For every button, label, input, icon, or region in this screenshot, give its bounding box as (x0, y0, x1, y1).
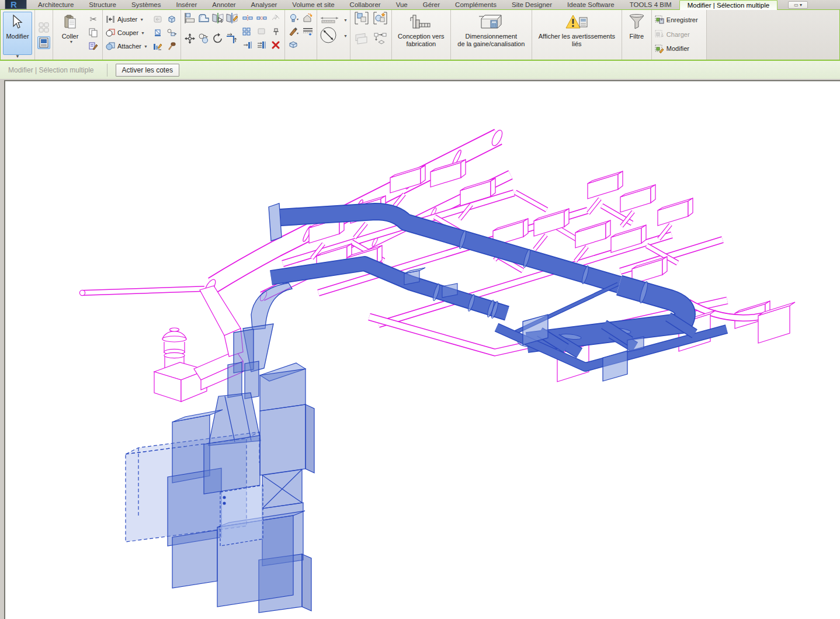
split-with-gap-button[interactable] (255, 12, 268, 25)
create-assembly-icon (354, 32, 369, 46)
selection-save-button[interactable]: Enregistrer (654, 13, 698, 26)
paste-button[interactable]: Coller ▼ (55, 12, 85, 55)
3d-view-canvas[interactable] (4, 80, 840, 619)
hvac-duct-model[interactable] (5, 81, 840, 619)
selection-load-icon (654, 30, 665, 39)
align-button[interactable] (183, 12, 196, 25)
unselected-pipework[interactable] (79, 129, 795, 402)
paste-dropdown-caret[interactable]: ▼ (70, 40, 74, 44)
pin-icon (271, 27, 280, 36)
trim-extend-button[interactable] (225, 32, 238, 45)
linework-button[interactable] (287, 39, 300, 51)
move-button[interactable] (183, 32, 196, 45)
adjust-caret[interactable]: ▼ (140, 18, 144, 22)
show-related-warnings-button[interactable]: Afficher les avertissements liés (534, 12, 619, 55)
panel-selectionner-dropdown[interactable]: ▼ (1, 54, 34, 60)
tab-vue[interactable]: Vue (388, 0, 415, 10)
unpin-icon (271, 14, 280, 22)
array-button[interactable] (241, 25, 254, 38)
properties-button[interactable] (37, 36, 50, 49)
group-edit-icon (257, 27, 266, 36)
array-icon (242, 27, 253, 36)
activate-dimensions-button[interactable]: Activer les cotes (116, 64, 179, 77)
design-to-fabrication-button[interactable]: Conception vers fabrication (394, 12, 448, 55)
create-group-button[interactable] (353, 12, 370, 25)
rotate-button[interactable] (211, 32, 224, 45)
diameter-dimension-button[interactable]: ▼ (320, 29, 348, 42)
attach-caret[interactable]: ▼ (144, 44, 148, 49)
tab-architecture[interactable]: Architecture (30, 0, 81, 10)
pin-button[interactable] (269, 25, 282, 38)
tab-tools4bim[interactable]: TOOLS 4 BIM (622, 0, 679, 10)
tab-annoter[interactable]: Annoter (204, 0, 243, 10)
copy-button[interactable] (197, 32, 210, 45)
copy-elements-icon (198, 33, 210, 44)
filter-button[interactable]: Filtre (624, 12, 649, 55)
group-edit-button[interactable] (255, 25, 268, 38)
tab-collaborer[interactable]: Collaborer (342, 0, 388, 10)
cut-button[interactable]: Couper ▼ (105, 26, 148, 39)
attach-button[interactable]: Attacher ▼ (105, 40, 148, 53)
measure-caret[interactable]: ▼ (343, 18, 348, 22)
tab-site-designer[interactable]: Site Designer (504, 0, 560, 10)
measure-button[interactable]: ▼ (320, 13, 348, 26)
cut-to-clipboard-button[interactable]: ✂ (87, 13, 100, 26)
tab-inserer[interactable]: Insérer (169, 0, 205, 10)
mirror-axis-button[interactable] (225, 12, 238, 25)
selection-save-label: Enregistrer (667, 16, 698, 23)
override-graphics-button[interactable]: ▾ (287, 25, 300, 38)
ribbon-minimize-toggle[interactable]: ▭ ▾ (788, 1, 808, 9)
panel-filtre: Filtre (622, 10, 652, 60)
trim-single-button[interactable] (241, 39, 254, 51)
tab-modifier-selection-multiple[interactable]: Modifier | Sélection multiple (679, 0, 777, 10)
tab-analyser[interactable]: Analyser (244, 0, 285, 10)
diameter-caret[interactable]: ▼ (343, 34, 348, 38)
create-similar-icon (373, 11, 388, 25)
ribbon-empty-space (707, 10, 839, 60)
tab-systemes[interactable]: Systèmes (124, 0, 169, 10)
tab-volume-et-site[interactable]: Volume et site (284, 0, 342, 10)
split-element-button[interactable] (241, 12, 254, 25)
paste-aligned-button[interactable] (151, 13, 164, 26)
split-gap-icon (256, 15, 267, 22)
tab-structure[interactable]: Structure (81, 0, 124, 10)
align-icon (184, 12, 196, 24)
trim-multiple-button[interactable] (255, 39, 268, 51)
underlay-button[interactable] (301, 25, 314, 38)
create-assembly-button[interactable] (353, 32, 370, 45)
cut-geometry-icon (105, 29, 116, 37)
fabrication-label-line1: Conception vers (398, 33, 445, 40)
air-handling-unit[interactable] (126, 361, 314, 613)
duct-pipe-sizing-button[interactable]: Dimensionnement de la gaine/canalisation (453, 12, 529, 55)
copy-to-clipboard-button[interactable] (87, 26, 100, 39)
offset-button[interactable] (197, 12, 210, 25)
attach-label: Attacher (117, 43, 141, 50)
dependent-views-icon (373, 32, 388, 46)
tab-gerer[interactable]: Gérer (415, 0, 447, 10)
create-similar-button[interactable] (372, 12, 389, 25)
selection-edit-button[interactable]: Modifier (654, 42, 689, 55)
mirror-pick-button[interactable] (211, 12, 224, 25)
selection-load-button[interactable]: Charger (654, 28, 690, 41)
panel-mesurer: ▼ ▼ (317, 10, 350, 60)
delete-button[interactable] (269, 39, 282, 51)
move-icon (184, 33, 196, 44)
beam-joins-button[interactable] (151, 26, 164, 39)
hide-elements-button[interactable]: ▾ (287, 12, 300, 25)
properties-tiles-button[interactable] (37, 21, 50, 34)
demolish-button[interactable] (301, 12, 314, 25)
tab-ideate-software[interactable]: Ideate Software (560, 0, 622, 10)
dependent-views-button[interactable] (372, 32, 389, 45)
link-elements-button[interactable]: ▾ (165, 26, 178, 39)
cube-3d-button[interactable] (165, 13, 178, 26)
modify-button[interactable]: Modifier (3, 12, 32, 55)
application-menu-button[interactable]: R (5, 0, 27, 9)
tab-complements[interactable]: Compléments (447, 0, 504, 10)
demolish-hammer-button[interactable] (165, 40, 178, 53)
cut-caret[interactable]: ▼ (141, 31, 145, 35)
unpin-button[interactable] (269, 12, 282, 25)
match-type-button[interactable] (87, 40, 100, 53)
trim-multiple-icon (256, 41, 267, 49)
wall-joins-pencil-button[interactable] (151, 40, 164, 53)
adjust-button[interactable]: Ajuster ▼ (105, 13, 148, 26)
